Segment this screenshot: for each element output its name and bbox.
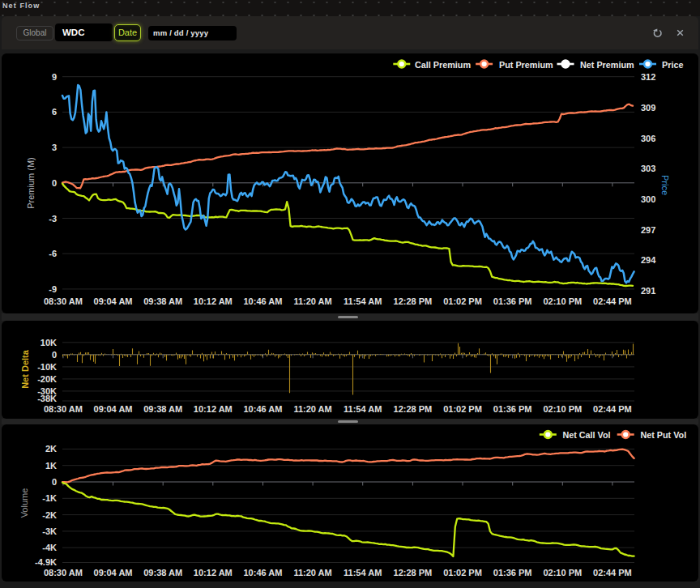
svg-text:11:54 AM: 11:54 AM: [344, 404, 382, 414]
svg-text:3: 3: [52, 143, 57, 152]
svg-text:6: 6: [52, 107, 57, 117]
svg-text:294: 294: [641, 255, 656, 265]
svg-text:-10K: -10K: [37, 362, 57, 372]
svg-text:11:54 AM: 11:54 AM: [344, 296, 382, 306]
svg-text:02:44 PM: 02:44 PM: [593, 568, 632, 577]
svg-text:11:54 AM: 11:54 AM: [344, 568, 382, 577]
svg-text:Net Premium: Net Premium: [580, 60, 634, 70]
svg-text:303: 303: [641, 164, 655, 173]
svg-text:0: 0: [52, 477, 57, 487]
svg-text:Call Premium: Call Premium: [415, 60, 471, 70]
svg-text:Price: Price: [660, 175, 670, 195]
svg-text:Premium (M): Premium (M): [26, 157, 36, 209]
svg-text:01:02 PM: 01:02 PM: [443, 568, 482, 577]
svg-text:-3K: -3K: [42, 526, 57, 536]
svg-text:11:20 AM: 11:20 AM: [293, 568, 331, 577]
svg-text:10K: 10K: [41, 338, 57, 347]
svg-text:306: 306: [641, 134, 655, 143]
svg-text:02:10 PM: 02:10 PM: [543, 568, 582, 577]
svg-text:297: 297: [641, 225, 655, 235]
svg-text:11:20 AM: 11:20 AM: [293, 404, 331, 414]
svg-text:Volume: Volume: [19, 488, 29, 518]
svg-text:09:04 AM: 09:04 AM: [94, 404, 133, 414]
svg-text:10:46 AM: 10:46 AM: [244, 404, 283, 414]
svg-text:12:28 PM: 12:28 PM: [394, 568, 433, 577]
svg-text:312: 312: [641, 72, 655, 82]
svg-text:02:10 PM: 02:10 PM: [543, 296, 582, 306]
svg-text:Put Premium: Put Premium: [499, 60, 553, 70]
svg-text:09:38 AM: 09:38 AM: [143, 296, 182, 306]
svg-text:02:44 PM: 02:44 PM: [593, 296, 632, 306]
svg-text:08:30 AM: 08:30 AM: [44, 404, 83, 414]
svg-text:-6: -6: [49, 249, 57, 258]
svg-text:09:38 AM: 09:38 AM: [143, 404, 182, 414]
svg-text:-1K: -1K: [42, 493, 57, 503]
svg-text:0: 0: [52, 350, 57, 360]
svg-text:9: 9: [52, 72, 57, 82]
svg-text:12:28 PM: 12:28 PM: [394, 404, 433, 414]
svg-text:Net Delta: Net Delta: [20, 349, 30, 389]
svg-text:2K: 2K: [45, 444, 57, 454]
svg-text:10:12 AM: 10:12 AM: [194, 296, 233, 306]
svg-text:08:30 AM: 08:30 AM: [44, 296, 83, 306]
svg-text:10:46 AM: 10:46 AM: [244, 296, 283, 306]
svg-text:-38K: -38K: [37, 394, 57, 403]
svg-text:10:12 AM: 10:12 AM: [194, 568, 233, 577]
svg-text:-4K: -4K: [42, 543, 57, 552]
svg-text:300: 300: [641, 194, 655, 204]
svg-text:-4.9K: -4.9K: [35, 557, 57, 567]
svg-text:-9: -9: [49, 284, 57, 294]
svg-text:10:12 AM: 10:12 AM: [194, 404, 233, 414]
svg-text:Net Call Vol: Net Call Vol: [562, 430, 610, 440]
svg-text:-3: -3: [49, 214, 57, 224]
svg-text:09:04 AM: 09:04 AM: [94, 296, 133, 306]
svg-text:11:20 AM: 11:20 AM: [293, 296, 331, 306]
svg-text:309: 309: [641, 103, 655, 113]
svg-text:01:36 PM: 01:36 PM: [493, 568, 532, 577]
svg-text:08:30 AM: 08:30 AM: [44, 568, 83, 577]
svg-text:-2K: -2K: [42, 510, 57, 520]
svg-text:Price: Price: [662, 60, 683, 70]
svg-text:02:44 PM: 02:44 PM: [593, 404, 632, 414]
svg-text:1K: 1K: [45, 461, 57, 471]
svg-text:01:36 PM: 01:36 PM: [493, 404, 532, 414]
svg-text:01:36 PM: 01:36 PM: [493, 296, 532, 306]
svg-text:10:46 AM: 10:46 AM: [244, 568, 283, 577]
svg-text:0: 0: [52, 178, 57, 188]
svg-text:09:38 AM: 09:38 AM: [143, 568, 182, 577]
svg-text:Net Put Vol: Net Put Vol: [640, 430, 686, 440]
svg-text:-20K: -20K: [37, 374, 57, 384]
svg-text:01:02 PM: 01:02 PM: [443, 404, 482, 414]
svg-text:12:28 PM: 12:28 PM: [394, 296, 433, 306]
svg-text:02:10 PM: 02:10 PM: [543, 404, 582, 414]
svg-text:01:02 PM: 01:02 PM: [443, 296, 482, 306]
svg-text:09:04 AM: 09:04 AM: [94, 568, 133, 577]
svg-text:291: 291: [641, 286, 655, 296]
